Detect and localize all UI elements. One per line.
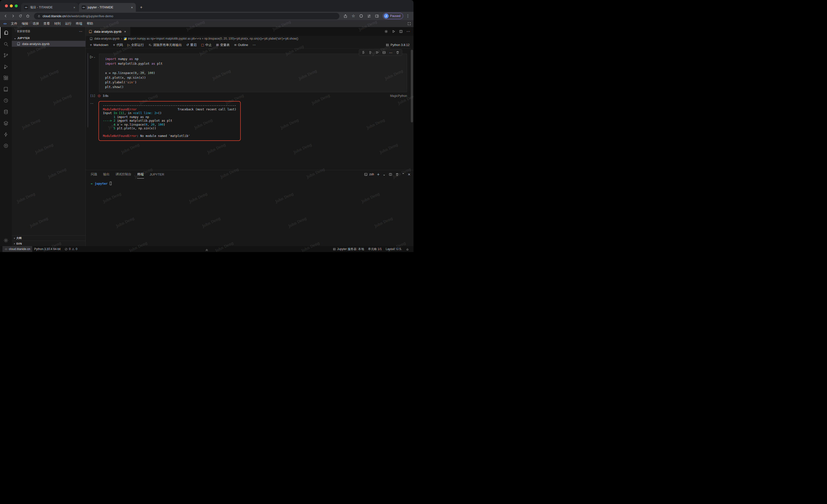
kernel-picker[interactable]: Python 3.8.12 — [386, 43, 409, 47]
clear-outputs-button[interactable]: 清除所有单元格输出 — [148, 43, 182, 47]
cell-source-code[interactable]: import numpy as npimport matplotlib.pypl… — [105, 57, 404, 89]
browser-tab-project[interactable]: <> 项目 - TITANIDE × — [21, 3, 78, 12]
browser-tab-jupyter[interactable]: <> jupyter - TITANIDE × — [79, 3, 136, 12]
execute-cell-icon[interactable] — [375, 51, 379, 54]
split-terminal-icon[interactable] — [389, 173, 392, 176]
sessions-clock-icon[interactable] — [0, 95, 12, 106]
menu-go[interactable]: 转到 — [52, 21, 63, 26]
notebook-file-icon — [17, 42, 20, 46]
menu-file[interactable]: 文件 — [9, 21, 19, 26]
database-icon[interactable] — [0, 106, 12, 117]
notifications-bell-icon[interactable] — [404, 246, 411, 252]
services-icon[interactable] — [0, 140, 12, 152]
sidebar-section-outline[interactable]: › 大纲 — [12, 235, 85, 241]
explorer-icon[interactable] — [0, 27, 12, 38]
editor-tab-notebook[interactable]: data-analysis.ipynb × — [86, 27, 130, 36]
address-bar[interactable]: cloud.titanide.cn/ide/web/coding/jupyter… — [34, 13, 339, 19]
new-tab-button[interactable]: + — [138, 4, 145, 11]
split-cell-icon[interactable] — [382, 51, 386, 54]
profile-paused-badge[interactable]: J Paused — [383, 13, 403, 19]
back-icon[interactable] — [2, 13, 9, 19]
code-cell[interactable]: import numpy as npimport matplotlib.pypl… — [99, 54, 407, 92]
search-icon[interactable] — [0, 38, 12, 50]
home-icon[interactable] — [25, 13, 31, 19]
new-terminal-icon[interactable]: + — [377, 173, 380, 176]
shell-picker[interactable]: zsh — [364, 173, 374, 176]
output-more-icon[interactable]: ⋯ — [90, 101, 98, 105]
restore-panel-chevrons-icon[interactable] — [205, 248, 209, 252]
keyboard-layout-status[interactable]: Layout: U.S. — [384, 246, 404, 252]
panel-tab-debug-console[interactable]: 调试控制台 — [115, 170, 132, 178]
terminal-view[interactable]: →jupyter — [86, 178, 414, 246]
zoom-window-button[interactable] — [15, 4, 18, 7]
maximize-panel-icon[interactable]: ⌃ — [402, 173, 405, 176]
cell-indicator-status[interactable]: 单元格 1/1 — [366, 246, 384, 252]
interrupt-button[interactable]: □中止 — [201, 43, 212, 47]
restart-kernel-button[interactable]: ↺重启 — [186, 43, 197, 47]
run-dropdown-icon[interactable]: ⌄ — [94, 56, 96, 58]
panel-tab-output[interactable]: 输出 — [103, 170, 110, 178]
run-debug-icon[interactable] — [0, 61, 12, 72]
breadcrumb-file[interactable]: data-analysis.ipynb — [94, 37, 119, 40]
variables-button[interactable]: ⊞变量表 — [216, 43, 230, 47]
bookmark-star-icon[interactable]: ☆ — [350, 13, 357, 19]
editor-scrollbar[interactable] — [411, 50, 413, 122]
execute-above-icon[interactable] — [361, 51, 365, 54]
cell-more-icon[interactable]: ⋯ — [389, 51, 393, 54]
minimize-window-button[interactable] — [10, 4, 13, 7]
menu-edit[interactable]: 编辑 — [19, 21, 30, 26]
python-interpreter-status[interactable]: Python 3.10.4 64-bit — [32, 246, 62, 252]
run-cell-icon[interactable]: ▷ — [90, 55, 93, 59]
add-code-button[interactable]: +代码 — [113, 43, 123, 47]
add-markdown-button[interactable]: +Markdown — [90, 43, 108, 47]
editor-more-icon[interactable]: ⋯ — [406, 30, 410, 34]
browser-menu-kebab-icon[interactable]: ⋮ — [405, 13, 411, 19]
toolbar-more-icon[interactable]: ⋯ — [252, 43, 256, 47]
settings-gear-icon[interactable] — [0, 235, 12, 246]
reload-icon[interactable] — [17, 13, 23, 19]
terminal-dropdown-icon[interactable]: ⌄ — [383, 173, 386, 176]
jupyter-server-status[interactable]: Jupyter 服务器: 本地 — [331, 246, 366, 252]
extensions-icon[interactable] — [0, 72, 12, 83]
breadcrumb[interactable]: data-analysis.ipynb › import numpy as np… — [86, 36, 414, 41]
panel-tab-jupyter[interactable]: JUPYTER — [149, 171, 164, 178]
fullscreen-icon[interactable] — [407, 22, 411, 25]
breadcrumb-cell-code[interactable]: import numpy as np↵import matplotlib.pyp… — [128, 37, 298, 40]
menu-terminal[interactable]: 终端 — [74, 21, 85, 26]
close-editor-icon[interactable]: × — [123, 30, 127, 34]
file-item-notebook[interactable]: data-analysis.ipynb — [12, 41, 85, 47]
extensions-puzzle-icon[interactable] — [358, 13, 364, 19]
source-control-icon[interactable] — [0, 50, 12, 61]
menu-run[interactable]: 运行 — [63, 21, 74, 26]
menu-selection[interactable]: 选择 — [30, 21, 41, 26]
close-panel-icon[interactable]: × — [407, 173, 410, 176]
layers-icon[interactable] — [0, 117, 12, 129]
browser-toolbar-icons: ☆ J Paused ⋮ — [342, 13, 411, 19]
kill-terminal-icon[interactable] — [395, 173, 399, 176]
notebook-icon[interactable] — [0, 83, 12, 95]
forward-icon[interactable] — [10, 13, 16, 19]
close-tab-icon[interactable]: × — [72, 5, 76, 9]
delete-cell-icon[interactable] — [396, 51, 399, 54]
tune-icon[interactable] — [366, 13, 373, 19]
menu-help[interactable]: 帮助 — [85, 21, 95, 26]
sidebar-more-icon[interactable]: ⋯ — [79, 30, 83, 33]
problems-status[interactable]: 0 ⚠ 0 — [62, 246, 79, 252]
close-tab-icon[interactable]: × — [130, 5, 134, 9]
menu-view[interactable]: 查看 — [41, 21, 52, 26]
remote-indicator[interactable]: cloud.titanide.cn — [2, 246, 32, 252]
sidebar-section-svn[interactable]: › SVN — [12, 241, 85, 246]
side-panel-icon[interactable] — [374, 13, 380, 19]
sidebar-section-jupyter[interactable]: ⌄ JUPYTER — [12, 36, 85, 41]
close-window-button[interactable] — [5, 4, 8, 7]
share-icon[interactable] — [342, 13, 349, 19]
notebook-settings-gear-icon[interactable] — [384, 30, 388, 34]
panel-tab-problems[interactable]: 问题 — [91, 170, 97, 178]
execute-below-icon[interactable] — [369, 51, 372, 54]
zap-icon[interactable] — [0, 129, 12, 140]
split-editor-icon[interactable] — [399, 30, 403, 34]
run-all-icon[interactable] — [392, 30, 395, 34]
run-all-button[interactable]: ▷全部运行 — [128, 43, 144, 47]
panel-tab-terminal[interactable]: 终端 — [137, 170, 144, 178]
outline-button[interactable]: ≡Outline — [234, 43, 248, 47]
